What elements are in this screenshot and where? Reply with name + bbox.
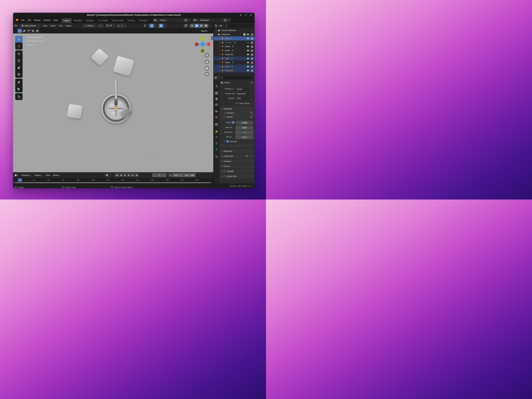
sampling-panel-header[interactable]: Sampling ::::	[220, 107, 254, 111]
timeline-editor-type-button[interactable]	[14, 174, 19, 177]
outliner-item-label[interactable]: Collection	[221, 33, 230, 36]
move-tool-button[interactable]	[15, 50, 23, 57]
eye-icon[interactable]	[246, 66, 250, 68]
preview-range-toggle[interactable]	[168, 174, 172, 177]
area-divider[interactable]	[213, 23, 214, 184]
sampling-viewport-subpanel[interactable]: Viewport	[220, 111, 254, 115]
denoise-row[interactable]: ✓ Denoise	[224, 140, 237, 143]
pan-button[interactable]	[205, 60, 209, 64]
ice-cube-object[interactable]	[91, 48, 108, 66]
zoom-button[interactable]	[205, 53, 209, 57]
scrollbar-right-handle[interactable]	[210, 182, 211, 184]
add-cube-tool-button[interactable]	[15, 93, 23, 100]
prev-keyframe-button[interactable]	[119, 173, 123, 177]
timeline-scrollbar[interactable]	[13, 182, 212, 183]
workspace-tab-uv-editing[interactable]: UV Editing	[96, 18, 110, 23]
axis-y-negative[interactable]	[201, 49, 205, 53]
select-mode-intersect[interactable]	[35, 29, 39, 33]
shading-material-button[interactable]	[199, 24, 204, 28]
properties-tab-scene[interactable]	[214, 109, 219, 114]
close-icon[interactable]	[250, 14, 252, 16]
point-light-widget[interactable]	[66, 104, 70, 108]
timeline-menu-marker[interactable]: Marker	[51, 173, 61, 177]
render-visibility-icon[interactable]	[250, 62, 254, 64]
viewport-menu-select[interactable]: Select	[49, 24, 57, 28]
expand-arrow[interactable]: ▸	[219, 58, 221, 59]
eye-icon[interactable]	[246, 62, 250, 63]
setting-dropdown[interactable]: Supported	[235, 92, 253, 95]
properties-tab-render[interactable]	[214, 91, 219, 95]
workspace-tab-modeling[interactable]: Modeling	[72, 18, 84, 23]
select-mode-invert[interactable]	[31, 29, 35, 33]
gizmo-dropdown[interactable]	[154, 24, 157, 28]
workspace-tab-sculpting[interactable]: Sculpting	[84, 18, 96, 23]
properties-editor-type-button[interactable]	[215, 76, 219, 79]
outliner-row-cube-001[interactable]: ▸Cube.001	[214, 52, 255, 57]
show-gizmo-toggle[interactable]	[149, 24, 154, 28]
viewport-menu-object[interactable]: Object	[64, 24, 73, 28]
play-button[interactable]	[127, 173, 131, 177]
render-visibility-icon[interactable]	[250, 70, 254, 72]
shading-wireframe-button[interactable]	[190, 24, 194, 28]
outliner-row-area[interactable]: ▸Area	[214, 37, 255, 40]
outliner-item-label[interactable]: Area	[225, 37, 229, 40]
outliner-row-camera[interactable]: ▸Camera	[214, 40, 255, 44]
denoise-checkbox[interactable]: ✓	[226, 140, 229, 143]
setting-dropdown[interactable]: CPU	[235, 96, 253, 100]
outliner-display-mode-button[interactable]	[219, 25, 223, 27]
eye-icon[interactable]	[246, 33, 250, 35]
panel-simplify[interactable]: Simplify::::	[220, 169, 254, 173]
select-mode-subtract[interactable]	[26, 29, 31, 33]
properties-tab-viewlayer[interactable]	[214, 102, 219, 107]
render-visibility-icon[interactable]	[250, 45, 254, 48]
setting-dropdown[interactable]: Cycles	[235, 87, 253, 91]
outliner-row-point[interactable]: ▸Point	[214, 64, 255, 69]
end-frame-field[interactable]: End 250	[183, 173, 196, 177]
transform-tool-button[interactable]	[15, 71, 23, 78]
outliner-row-plane[interactable]: ▸Plane	[214, 61, 255, 64]
properties-search-input[interactable]	[220, 76, 254, 80]
eye-icon[interactable]	[246, 45, 250, 47]
panel-volumes[interactable]: Volumes::::	[220, 159, 254, 163]
select-box-tool-button[interactable]	[15, 36, 23, 43]
scale-tool-button[interactable]	[15, 64, 23, 71]
workspace-tab-texture-paint[interactable]: Texture Paint	[110, 18, 125, 23]
viewport-menu-view[interactable]: View	[41, 24, 49, 28]
outliner-row-circle[interactable]: ▸Circle	[214, 44, 255, 49]
expand-arrow[interactable]: ▸	[219, 38, 221, 39]
outliner-row-point-001[interactable]: ▸Point.001	[214, 69, 255, 73]
jump-start-button[interactable]	[115, 173, 119, 177]
workspace-tab-animation[interactable]: Animation	[137, 18, 150, 23]
pivot-point-dropdown[interactable]	[98, 24, 104, 28]
shading-solid-button[interactable]	[194, 24, 199, 28]
properties-tab-object[interactable]	[214, 129, 219, 134]
point-light-widget[interactable]	[111, 45, 115, 49]
properties-tab-tool[interactable]	[214, 84, 219, 88]
render-visibility-icon[interactable]	[250, 41, 254, 44]
timeline-menu-playback[interactable]: Playback	[20, 173, 33, 177]
timeline-menu-view[interactable]: View	[44, 173, 51, 177]
measure-tool-button[interactable]	[15, 85, 23, 92]
render-visibility-icon[interactable]	[250, 38, 254, 40]
start-frame-field[interactable]: Start 1	[172, 173, 183, 177]
camera-view-button[interactable]	[205, 66, 209, 70]
show-overlays-toggle[interactable]	[159, 24, 163, 28]
eye-icon[interactable]	[246, 57, 250, 60]
viewport-menu-add[interactable]: Add	[57, 24, 64, 28]
panel-checkbox[interactable]	[224, 175, 226, 177]
point-light-active-dot[interactable]	[115, 108, 117, 110]
outliner-item-label[interactable]: Point.001	[225, 70, 233, 72]
eye-closed-icon[interactable]	[246, 41, 250, 44]
sampling-value-field[interactable]: 4096	[235, 126, 253, 130]
timeline-menu-keying[interactable]: Keying	[33, 173, 44, 177]
preset-list-icon[interactable]	[250, 112, 253, 114]
navigation-gizmo[interactable]: Y X Z	[195, 35, 211, 53]
snap-controls[interactable]	[105, 24, 115, 28]
viewlayer-browse-button[interactable]	[193, 18, 198, 22]
expand-arrow[interactable]: ▸	[219, 66, 221, 67]
noise-threshold-value[interactable]: 0.0080	[236, 121, 253, 125]
panel-checkbox[interactable]	[224, 170, 226, 172]
eye-icon[interactable]	[246, 70, 250, 72]
timeline-ruler[interactable]: 1 20406080100120140160180200220240 ‹	[13, 178, 213, 184]
outliner-item-label[interactable]: Circle	[225, 45, 230, 48]
